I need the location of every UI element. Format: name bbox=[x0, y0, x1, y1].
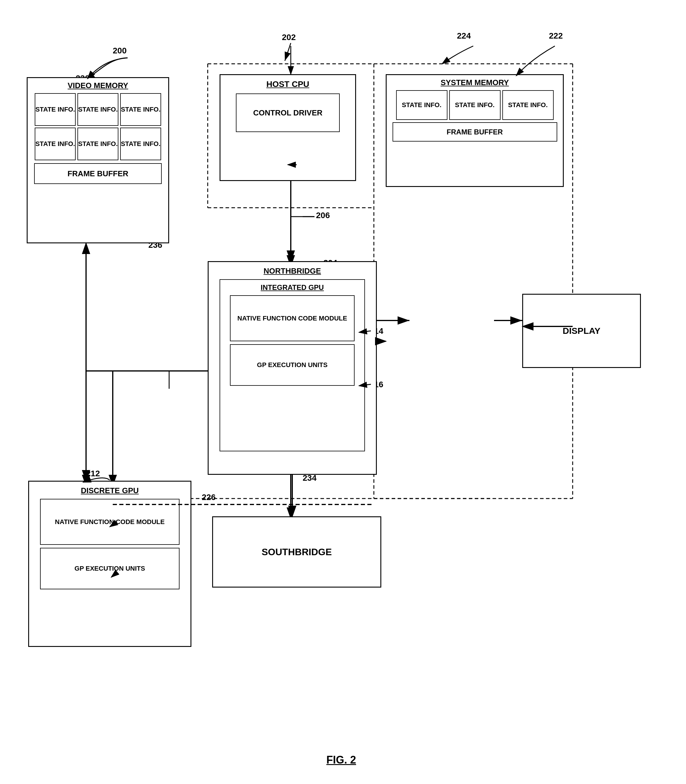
control-driver-box: CONTROL DRIVER bbox=[236, 93, 340, 132]
video-memory-title: VIDEO MEMORY bbox=[68, 81, 128, 90]
system-memory-box: SYSTEM MEMORY STATE INFO. STATE INFO. ST… bbox=[386, 74, 564, 187]
northbridge-title: NORTHBRIDGE bbox=[263, 266, 321, 276]
ref-224: 224 bbox=[457, 31, 471, 41]
state-info-vm-5: STATE INFO. bbox=[77, 127, 118, 160]
system-memory-title: SYSTEM MEMORY bbox=[441, 78, 509, 87]
native-function-code-module-dg: NATIVE FUNCTION CODE MODULE bbox=[40, 499, 180, 545]
state-info-vm-1: STATE INFO. bbox=[35, 93, 76, 126]
ref-222: 222 bbox=[549, 31, 563, 41]
state-info-sm-2: STATE INFO. bbox=[449, 90, 501, 120]
gp-execution-units-dg: GP EXECUTION UNITS bbox=[40, 548, 180, 589]
integrated-gpu-box: INTEGRATED GPU NATIVE FUNCTION CODE MODU… bbox=[220, 279, 365, 451]
state-info-vm-3: STATE INFO. bbox=[120, 93, 161, 126]
state-info-vm-6: STATE INFO. bbox=[120, 127, 161, 160]
ref-200: 200 bbox=[113, 46, 127, 56]
native-function-code-module-nb: NATIVE FUNCTION CODE MODULE bbox=[230, 295, 354, 341]
video-memory-box: VIDEO MEMORY STATE INFO. STATE INFO. STA… bbox=[27, 77, 169, 243]
host-cpu-box: HOST CPU CONTROL DRIVER bbox=[220, 74, 356, 181]
state-info-sm-1: STATE INFO. bbox=[396, 90, 448, 120]
ref-206: 206 bbox=[316, 211, 330, 220]
host-cpu-title: HOST CPU bbox=[266, 80, 309, 89]
ref-202: 202 bbox=[282, 33, 296, 42]
ref-212: 212 bbox=[86, 469, 100, 479]
southbridge-box: SOUTHBRIDGE bbox=[212, 516, 381, 588]
state-info-sm-3: STATE INFO. bbox=[502, 90, 554, 120]
diagram: 200 202 222 224 230 228 228 228 228 228 … bbox=[0, 0, 686, 784]
frame-buffer-sm: FRAME BUFFER bbox=[392, 122, 557, 142]
northbridge-box: NORTHBRIDGE INTEGRATED GPU NATIVE FUNCTI… bbox=[208, 261, 377, 475]
state-info-vm-2: STATE INFO. bbox=[77, 93, 118, 126]
discrete-gpu-box: DISCRETE GPU NATIVE FUNCTION CODE MODULE… bbox=[28, 481, 191, 647]
frame-buffer-vm: FRAME BUFFER bbox=[34, 163, 162, 184]
integrated-gpu-title: INTEGRATED GPU bbox=[261, 283, 324, 292]
discrete-gpu-title: DISCRETE GPU bbox=[81, 486, 139, 495]
state-info-vm-4: STATE INFO. bbox=[35, 127, 76, 160]
display-box: DISPLAY bbox=[522, 294, 641, 368]
gp-execution-units-nb: GP EXECUTION UNITS bbox=[230, 344, 354, 386]
ref-226: 226 bbox=[202, 493, 216, 502]
fig-label: FIG. 2 bbox=[312, 754, 371, 766]
